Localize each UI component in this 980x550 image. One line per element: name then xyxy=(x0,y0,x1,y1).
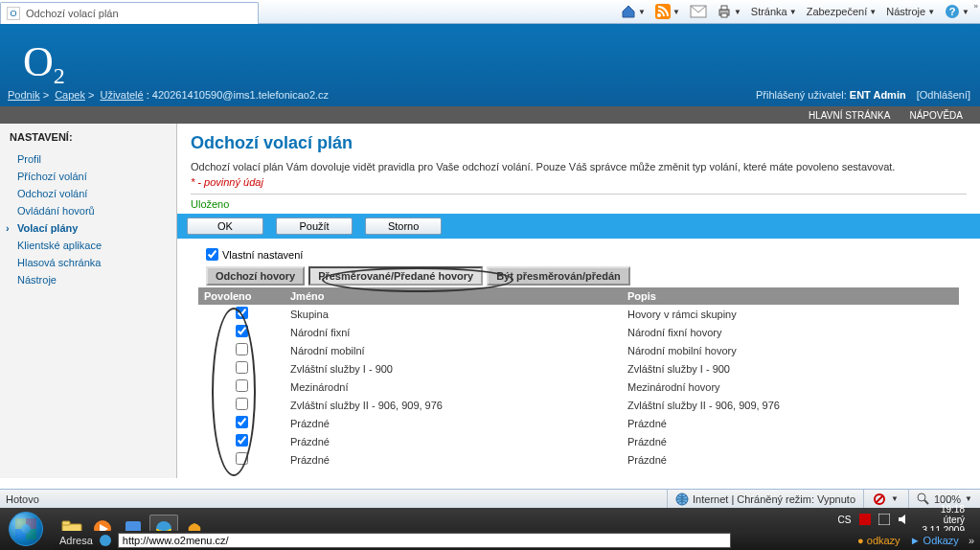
logout-link[interactable]: [Odhlášení] xyxy=(917,89,970,101)
table-row: Národní fixníNárodní fixní hovory xyxy=(198,323,959,341)
tray-flag-icon[interactable] xyxy=(859,514,871,525)
start-button[interactable] xyxy=(0,508,52,550)
globe-icon xyxy=(675,493,689,506)
table-row: MezinárodníMezinárodní hovory xyxy=(198,378,959,396)
sidebar: NASTAVENÍ: ProfilPříchozí voláníOdchozí … xyxy=(0,124,177,478)
sidebar-item[interactable]: Profil xyxy=(0,150,176,168)
svg-rect-5 xyxy=(721,13,727,17)
main-panel: Odchozí volací plán Odchozí volací plán … xyxy=(177,124,980,478)
cell-name: Prázdné xyxy=(285,432,622,450)
crumb-capek[interactable]: Capek xyxy=(55,89,85,101)
links-lower[interactable]: ● odkazy xyxy=(857,535,900,546)
cancel-button[interactable]: Storno xyxy=(365,218,442,235)
ie-tab-strip: O Odchozí volací plán ▼ ▼ ▼ Stránka ▼ Za… xyxy=(0,0,980,24)
windows-taskbar: CS 19:18 úterý 3.11.2009 Adresa ● odkazy… xyxy=(0,508,980,550)
system-tray: CS 19:18 úterý 3.11.2009 xyxy=(829,508,980,531)
cell-name: Zvláštní služby I - 900 xyxy=(285,359,622,378)
tray-volume-icon[interactable] xyxy=(898,514,909,525)
cell-name: Zvláštní služby II - 906, 909, 976 xyxy=(285,396,622,414)
col-name: Jméno xyxy=(285,287,622,305)
sidebar-item[interactable]: Volací plány xyxy=(0,219,176,237)
action-button-bar: OK Použít Storno xyxy=(177,214,980,239)
allow-checkbox[interactable] xyxy=(236,434,248,447)
svg-marker-21 xyxy=(899,515,905,524)
ok-button[interactable]: OK xyxy=(187,218,263,235)
allow-checkbox[interactable] xyxy=(236,416,248,428)
address-input[interactable] xyxy=(118,533,731,548)
crumb-users[interactable]: Uživatelé xyxy=(100,89,143,101)
svg-rect-4 xyxy=(721,6,727,10)
allow-checkbox[interactable] xyxy=(236,379,248,392)
sidebar-item[interactable]: Příchozí volání xyxy=(0,168,176,185)
home-icon[interactable]: ▼ xyxy=(618,3,649,20)
cell-name: Skupina xyxy=(285,305,622,323)
apply-button[interactable]: Použít xyxy=(276,218,353,235)
own-settings-checkbox[interactable]: Vlastní nastavení xyxy=(198,248,959,261)
tools-menu[interactable]: Nástroje ▼ xyxy=(883,5,938,18)
browser-tab[interactable]: O Odchozí volací plán xyxy=(0,2,259,24)
links-chevron-icon[interactable]: » xyxy=(969,535,974,546)
svg-line-10 xyxy=(876,495,883,503)
nav-help[interactable]: NÁPOVĚDA xyxy=(909,110,963,121)
print-icon[interactable]: ▼ xyxy=(714,3,744,20)
breadcrumb: Podnik> Capek> Uživatelé : 420261410590@… xyxy=(8,89,329,101)
ie-status-bar: Hotovo Internet | Chráněný režim: Vypnut… xyxy=(0,489,980,508)
cell-desc: Hovory v rámci skupiny xyxy=(622,305,959,323)
table-row: SkupinaHovory v rámci skupiny xyxy=(198,305,959,323)
tab-title: Odchozí volací plán xyxy=(26,8,119,19)
allow-checkbox[interactable] xyxy=(236,361,248,374)
allow-checkbox[interactable] xyxy=(236,325,248,337)
tab[interactable]: Být přesměrován/předán xyxy=(487,266,630,286)
sidebar-item[interactable]: Odchozí volání xyxy=(0,185,176,202)
chevron-right-icon[interactable]: » xyxy=(974,2,978,11)
sidebar-item[interactable]: Nástroje xyxy=(0,271,176,288)
page-title: Odchozí volací plán xyxy=(191,133,967,153)
crumb-podnik[interactable]: Podnik xyxy=(8,89,40,101)
safety-menu[interactable]: Zabezpečení ▼ xyxy=(804,5,880,18)
allow-checkbox[interactable] xyxy=(236,398,248,410)
table-row: Zvláštní služby I - 900Zvláštní služby I… xyxy=(198,359,959,378)
svg-rect-20 xyxy=(878,514,890,525)
svg-point-22 xyxy=(100,535,111,546)
svg-rect-19 xyxy=(859,514,871,525)
cell-desc: Mezinárodní hovory xyxy=(622,378,959,396)
col-allowed: Povoleno xyxy=(198,287,285,305)
tab[interactable]: Přesměrované/Předané hovory xyxy=(308,266,483,286)
allow-checkbox[interactable] xyxy=(236,343,248,355)
taskbar-address-band: Adresa ● odkazy ► Odkazy » xyxy=(54,531,980,550)
table-row: PrázdnéPrázdné xyxy=(198,414,959,432)
shield-off-icon xyxy=(874,493,885,505)
cell-desc: Prázdné xyxy=(622,432,959,450)
links-upper[interactable]: ► Odkazy xyxy=(910,535,959,546)
own-settings-input[interactable] xyxy=(206,248,218,261)
svg-rect-14 xyxy=(62,521,70,525)
required-note: * - povinný údaj xyxy=(191,176,967,188)
allow-checkbox[interactable] xyxy=(236,307,248,319)
help-icon[interactable]: ?▼ xyxy=(942,3,972,20)
cell-name: Prázdné xyxy=(285,414,622,432)
svg-text:?: ? xyxy=(949,6,956,17)
tray-network-icon[interactable] xyxy=(878,514,890,525)
protected-mode-icons[interactable]: ▼ xyxy=(863,490,908,508)
mail-icon[interactable] xyxy=(687,4,710,19)
sidebar-item[interactable]: Ovládání hovorů xyxy=(0,202,176,219)
cell-name: Prázdné xyxy=(285,450,622,469)
feed-icon[interactable]: ▼ xyxy=(652,3,683,20)
app-header: O2 Podnik> Capek> Uživatelé : 4202614105… xyxy=(0,24,980,106)
cell-name: Mezinárodní xyxy=(285,378,622,396)
sidebar-item[interactable]: Hlasová schránka xyxy=(0,254,176,271)
sidebar-heading: NASTAVENÍ: xyxy=(0,124,176,150)
cell-name: Národní mobilní xyxy=(285,341,622,359)
col-desc: Popis xyxy=(622,287,959,305)
sidebar-item[interactable]: Klientské aplikace xyxy=(0,237,176,254)
cell-desc: Prázdné xyxy=(622,414,959,432)
tab[interactable]: Odchozí hovory xyxy=(206,266,305,286)
o2-logo: O2 xyxy=(23,37,65,86)
language-indicator[interactable]: CS xyxy=(838,515,852,525)
table-row: PrázdnéPrázdné xyxy=(198,450,959,469)
address-ie-icon xyxy=(99,534,112,547)
page-menu[interactable]: Stránka ▼ xyxy=(748,5,800,18)
nav-home[interactable]: HLAVNÍ STRÁNKA xyxy=(809,110,890,121)
svg-point-11 xyxy=(918,493,925,501)
allow-checkbox[interactable] xyxy=(236,452,248,465)
